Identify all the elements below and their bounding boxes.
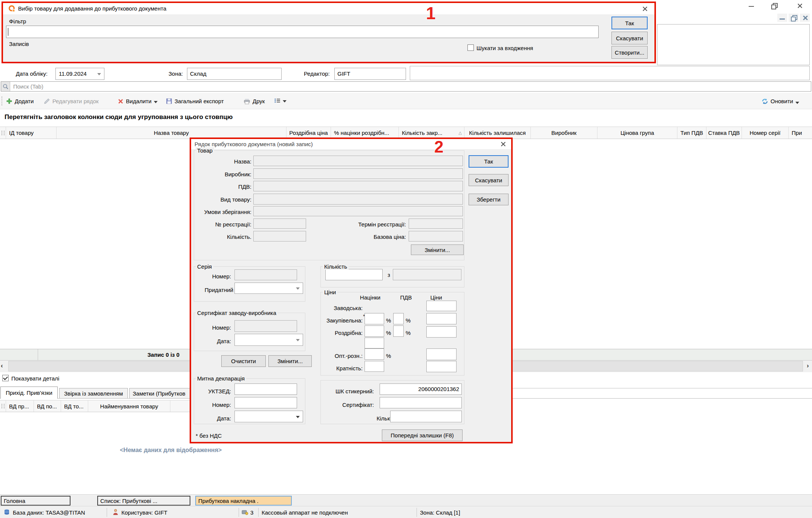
multiplicity-price-input[interactable] bbox=[426, 361, 457, 372]
scroll-right-icon[interactable]: › bbox=[807, 362, 809, 370]
search-by-occurrence-checkbox[interactable] bbox=[467, 44, 474, 51]
dialog1-cancel-button[interactable]: Скасувати bbox=[611, 32, 648, 44]
factory-price-input[interactable] bbox=[426, 301, 457, 311]
column-header-vat-type[interactable]: Тип ПДВ bbox=[677, 127, 706, 139]
export-button[interactable]: Загальний експорт bbox=[166, 98, 224, 104]
customs-date-combobox[interactable] bbox=[234, 411, 303, 422]
reg-term-input[interactable] bbox=[409, 219, 463, 229]
retail-markup-input[interactable] bbox=[365, 325, 384, 337]
column-header-serial[interactable]: Номер серії bbox=[742, 127, 789, 139]
search-bar[interactable]: Поиск (Tab) bbox=[1, 81, 811, 92]
journal-field[interactable] bbox=[410, 66, 810, 80]
dialog1-titlebar[interactable]: Вибір товару для додавання до прибутково… bbox=[3, 3, 654, 14]
grid-grip-icon[interactable] bbox=[0, 127, 6, 139]
storage-conditions-input[interactable] bbox=[253, 206, 463, 216]
valid-until-combobox[interactable] bbox=[234, 283, 303, 294]
retail-vat-input[interactable] bbox=[393, 325, 404, 337]
purchase-price-input[interactable] bbox=[426, 313, 457, 324]
zone-input[interactable]: Склад bbox=[187, 68, 282, 80]
dialog1-close-icon[interactable] bbox=[642, 6, 648, 12]
purchase-vat-input[interactable] bbox=[393, 313, 404, 324]
refresh-button[interactable]: Оновити bbox=[761, 98, 799, 104]
chevron-down-icon[interactable] bbox=[296, 416, 300, 418]
quantity-total-input[interactable] bbox=[393, 269, 461, 280]
dialog2-cancel-button[interactable]: Скасувати bbox=[469, 174, 509, 186]
dialog2-ok-button[interactable]: Так bbox=[469, 155, 509, 168]
delete-button[interactable]: Видалити bbox=[118, 98, 158, 104]
chevron-down-icon[interactable] bbox=[296, 339, 300, 341]
doc-tab-receipt-invoice[interactable]: Прибуткова накладна . bbox=[195, 496, 292, 506]
detail-column-vd-to[interactable]: ВД то... bbox=[61, 400, 88, 412]
purchase-markup-input[interactable] bbox=[365, 313, 384, 324]
add-button[interactable]: Додати bbox=[6, 98, 34, 104]
column-header-price-group[interactable]: Цінова група bbox=[598, 127, 677, 139]
product-type-input[interactable] bbox=[253, 194, 463, 205]
uktzed-input[interactable] bbox=[234, 384, 297, 395]
date-combobox[interactable]: 11.09.2024 bbox=[55, 68, 104, 80]
reg-number-input[interactable] bbox=[253, 219, 306, 229]
quantity-value-input[interactable] bbox=[325, 269, 383, 280]
mdi-minimize-button[interactable] bbox=[777, 14, 787, 22]
mdi-close-button[interactable] bbox=[800, 14, 810, 22]
dialog2-titlebar[interactable]: Рядок прибуткового документа (новий запи… bbox=[191, 139, 511, 149]
clear-button[interactable]: Очистити bbox=[221, 355, 266, 367]
scroll-left-icon[interactable]: ‹ bbox=[1, 362, 3, 370]
window-minimize-icon[interactable] bbox=[749, 6, 754, 7]
show-details-checkbox[interactable] bbox=[2, 375, 9, 381]
sticker-barcode-input[interactable]: 2060000201362 bbox=[380, 384, 462, 395]
window-close-icon[interactable] bbox=[797, 3, 803, 9]
print-button[interactable]: Друк bbox=[244, 98, 265, 104]
column-header-id[interactable]: ІД товару bbox=[6, 127, 57, 139]
dialog2-save-button[interactable]: Зберегти bbox=[469, 194, 509, 205]
column-header-retail-markup[interactable]: % націнки роздрібн... bbox=[331, 127, 399, 139]
detail-column-item-name[interactable]: Найменування товару bbox=[88, 400, 170, 412]
certificate-field-input[interactable] bbox=[380, 397, 462, 408]
change-product-button[interactable]: Змінити... bbox=[411, 244, 464, 255]
mdi-restore-button[interactable] bbox=[789, 14, 798, 22]
change-certificate-button[interactable]: Змінити... bbox=[268, 355, 312, 367]
edit-row-button[interactable]: Редагувати рядок bbox=[44, 98, 99, 104]
window-restore-icon[interactable] bbox=[771, 3, 777, 8]
manufacturer-input[interactable] bbox=[253, 168, 463, 179]
dialog1-create-button[interactable]: Створити... bbox=[611, 46, 648, 59]
detail-grid-grip-icon[interactable] bbox=[0, 400, 6, 412]
dialog1-ok-button[interactable]: Так bbox=[611, 17, 648, 29]
wholesale-markup-input[interactable] bbox=[365, 348, 384, 360]
column-header-retail-price[interactable]: Роздрібна ціна bbox=[286, 127, 331, 139]
wholesale-price-input[interactable] bbox=[426, 348, 457, 360]
extra-markup-input[interactable] bbox=[365, 338, 384, 348]
quantity-input[interactable] bbox=[253, 231, 306, 241]
tab-order-check[interactable]: Звірка із замовленням bbox=[59, 388, 128, 399]
certificate-date-combobox[interactable] bbox=[234, 334, 303, 346]
column-header-qty-remaining[interactable]: Кількість залишилася bbox=[464, 127, 531, 139]
columns-dropdown-icon[interactable] bbox=[283, 100, 286, 102]
previous-balances-button[interactable]: Попередні залишки (F8) bbox=[382, 429, 463, 441]
certificate-number-input[interactable] bbox=[234, 320, 297, 332]
base-price-input[interactable] bbox=[409, 231, 463, 241]
customs-number-input[interactable] bbox=[234, 397, 297, 408]
multiplicity-input[interactable] bbox=[365, 361, 384, 372]
editor-input[interactable]: GIFT bbox=[334, 68, 406, 80]
column-header-manufacturer[interactable]: Виробник bbox=[531, 127, 598, 139]
column-header-name[interactable]: Назва товару bbox=[57, 127, 286, 139]
doc-tab-receipt-list[interactable]: Список: Прибуткові ... bbox=[97, 496, 190, 506]
delete-dropdown-icon[interactable] bbox=[154, 101, 158, 103]
vat-input[interactable] bbox=[253, 181, 463, 191]
name-input[interactable] bbox=[253, 156, 463, 166]
doc-tab-home[interactable]: Головна bbox=[1, 496, 70, 506]
qty-per-pack-input[interactable] bbox=[390, 411, 462, 422]
column-header-vat-rate[interactable]: Ставка ПДВ bbox=[706, 127, 742, 139]
refresh-dropdown-icon[interactable] bbox=[795, 102, 799, 104]
dialog2-close-icon[interactable] bbox=[500, 141, 506, 147]
column-header-qty-purchased[interactable]: Кількість закр...△ bbox=[399, 127, 464, 139]
series-number-input[interactable] bbox=[234, 269, 297, 280]
search-icon[interactable] bbox=[1, 82, 10, 91]
chevron-down-icon[interactable] bbox=[97, 73, 101, 75]
column-header-note[interactable]: При bbox=[789, 127, 812, 139]
tab-receipt-links[interactable]: Прихід. Прив'язки bbox=[0, 387, 58, 399]
chevron-down-icon[interactable] bbox=[296, 287, 300, 290]
columns-menu-button[interactable] bbox=[274, 98, 286, 103]
detail-column-vd-po[interactable]: ВД по... bbox=[34, 400, 61, 412]
filter-input[interactable] bbox=[6, 26, 599, 38]
retail-price-input[interactable] bbox=[426, 326, 457, 338]
